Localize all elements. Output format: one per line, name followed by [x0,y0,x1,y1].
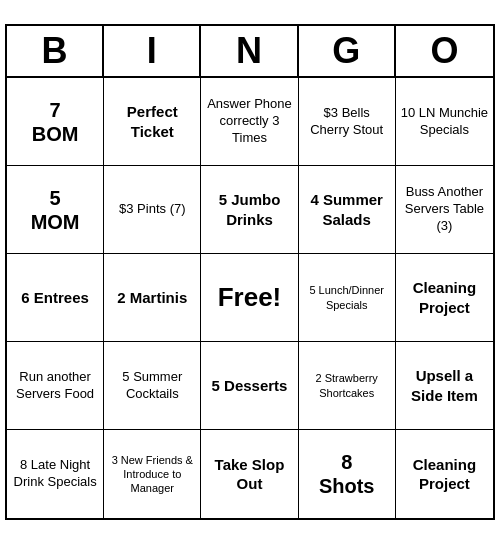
cell-text: 5 Jumbo Drinks [205,190,293,229]
bingo-cell-r4c2[interactable]: 5 Summer Cocktails [104,342,201,430]
cell-text: 5 Lunch/Dinner Specials [303,283,391,312]
cell-text: 6 Entrees [21,288,89,308]
bingo-cell-r1c5[interactable]: 10 LN Munchie Specials [396,78,493,166]
cell-text: Answer Phone correctly 3 Times [205,96,293,147]
bingo-cell-r4c4[interactable]: 2 Strawberry Shortcakes [299,342,396,430]
cell-text: 3 New Friends & Introduce to Manager [108,453,196,496]
bingo-cell-r3c4[interactable]: 5 Lunch/Dinner Specials [299,254,396,342]
bingo-cell-r4c1[interactable]: Run another Servers Food [7,342,104,430]
cell-text: 8Shots [319,450,375,498]
bingo-cell-r2c1[interactable]: 5MOM [7,166,104,254]
cell-text: 5 Summer Cocktails [108,369,196,403]
bingo-cell-r3c2[interactable]: 2 Martinis [104,254,201,342]
bingo-card: BINGO 7BOMPerfect TicketAnswer Phone cor… [5,24,495,520]
cell-text: Cleaning Project [400,278,489,317]
cell-text: 7BOM [32,98,79,146]
cell-text: 4 Summer Salads [303,190,391,229]
cell-text: $3 Bells Cherry Stout [303,105,391,139]
cell-text: Take Slop Out [205,455,293,494]
cell-text: 8 Late Night Drink Specials [11,457,99,491]
cell-text: 5MOM [31,186,80,234]
cell-text: Buss Another Servers Table (3) [400,184,489,235]
bingo-header: BINGO [7,26,493,78]
cell-text: Free! [218,281,282,315]
cell-text: $3 Pints (7) [119,201,185,218]
bingo-cell-r5c3[interactable]: Take Slop Out [201,430,298,518]
header-letter: O [396,26,493,76]
bingo-cell-r5c2[interactable]: 3 New Friends & Introduce to Manager [104,430,201,518]
bingo-cell-r5c1[interactable]: 8 Late Night Drink Specials [7,430,104,518]
bingo-grid: 7BOMPerfect TicketAnswer Phone correctly… [7,78,493,518]
cell-text: 5 Desserts [212,376,288,396]
bingo-cell-r1c2[interactable]: Perfect Ticket [104,78,201,166]
bingo-cell-r3c5[interactable]: Cleaning Project [396,254,493,342]
cell-text: Perfect Ticket [108,102,196,141]
cell-text: 2 Strawberry Shortcakes [303,371,391,400]
bingo-cell-r4c5[interactable]: Upsell a Side Item [396,342,493,430]
header-letter: N [201,26,298,76]
cell-text: Upsell a Side Item [400,366,489,405]
cell-text: 10 LN Munchie Specials [400,105,489,139]
header-letter: I [104,26,201,76]
bingo-cell-r3c1[interactable]: 6 Entrees [7,254,104,342]
bingo-cell-r2c5[interactable]: Buss Another Servers Table (3) [396,166,493,254]
bingo-cell-r5c5[interactable]: Cleaning Project [396,430,493,518]
cell-text: Cleaning Project [400,455,489,494]
bingo-cell-r2c4[interactable]: 4 Summer Salads [299,166,396,254]
bingo-cell-r4c3[interactable]: 5 Desserts [201,342,298,430]
bingo-cell-r5c4[interactable]: 8Shots [299,430,396,518]
header-letter: B [7,26,104,76]
bingo-cell-r3c3[interactable]: Free! [201,254,298,342]
bingo-cell-r2c2[interactable]: $3 Pints (7) [104,166,201,254]
cell-text: 2 Martinis [117,288,187,308]
bingo-cell-r1c1[interactable]: 7BOM [7,78,104,166]
header-letter: G [299,26,396,76]
cell-text: Run another Servers Food [11,369,99,403]
bingo-cell-r2c3[interactable]: 5 Jumbo Drinks [201,166,298,254]
bingo-cell-r1c4[interactable]: $3 Bells Cherry Stout [299,78,396,166]
bingo-cell-r1c3[interactable]: Answer Phone correctly 3 Times [201,78,298,166]
